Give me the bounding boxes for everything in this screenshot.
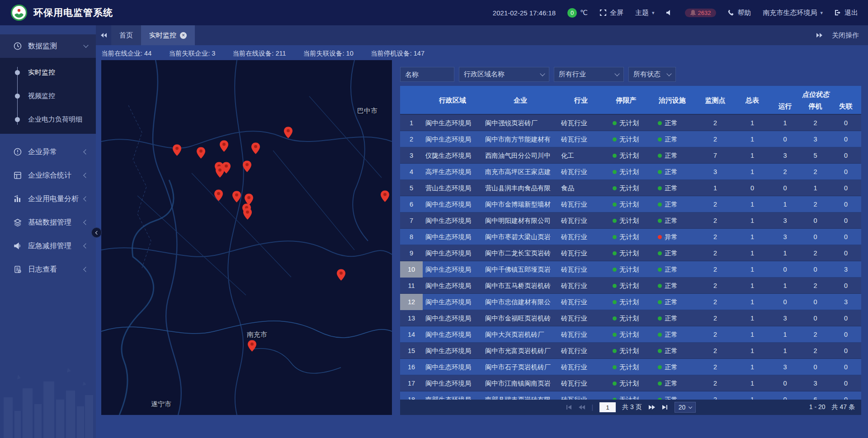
cell-company: 阆中市枣碧大梁山页岩 [482,233,558,241]
sidebar-item-log-view[interactable]: 日志查看 [0,258,96,281]
speaker-icon [666,9,673,16]
table-row[interactable]: 1阆中生态环境局阆中强锐页岩砖厂砖瓦行业无计划正常21120 [400,115,861,131]
map-pin-icon[interactable] [284,127,292,138]
cell-lost: 0 [830,233,861,240]
sidebar-item-base-data[interactable]: 基础数据管理 [0,211,96,234]
cell-limit-status: 无计划 [604,314,649,323]
sidebar-item-video-monitor[interactable]: 视频监控 [0,84,96,108]
sidebar-item-data-monitor[interactable]: 数据监测 [0,34,96,58]
table-row[interactable]: 16阆中生态环境局阆中市石子页岩机砖厂砖瓦行业无计划正常21300 [400,359,861,375]
status-dot-icon [613,333,617,337]
tab-home[interactable]: 首页 [111,25,141,45]
map-pin-icon[interactable] [381,190,389,202]
sidebar-item-power-load-detail[interactable]: 企业电力负荷明细 [0,108,96,131]
next-page-button[interactable] [648,405,656,410]
region-filter-select[interactable]: 行政区域名称 [459,67,549,82]
table-row[interactable]: 2阆中生态环境局阆中市南方节能建材有砖瓦行业无计划正常21030 [400,131,861,147]
fullscreen-button[interactable]: 全屏 [599,9,623,17]
notification-badge[interactable]: 2632 [685,9,717,17]
panel-collapse-toggle[interactable] [91,227,102,238]
cell-running: 1 [770,119,800,127]
cell-lost: 3 [830,266,861,273]
logout-button[interactable]: 退出 [835,9,858,17]
table-row[interactable]: 17阆中生态环境局阆中市江南镇阆南页岩砖瓦行业无计划正常21030 [400,375,861,391]
cell-running: 3 [770,152,800,159]
chevron-down-icon [614,71,619,76]
table-row[interactable]: 3仪陇生态环境局西南油气田分公司川中化工无计划正常71350 [400,147,861,164]
map-pin-icon[interactable] [216,166,224,178]
prev-page-button[interactable] [578,405,585,410]
map-pin-icon[interactable] [232,191,241,203]
map-city-label: 遂宁市 [151,400,171,409]
cell-limit-status: 无计划 [604,330,649,339]
cell-treatment-status: 正常 [649,151,696,160]
sidebar-item-realtime-monitor[interactable]: 实时监控 [0,61,96,84]
header-actions: 2021-02-25 17:46:18 0 ℃ 全屏 主题▾ [493,8,868,18]
table-row[interactable]: 10阆中生态环境局阆中千佛镇五郎垭页岩砖瓦行业无计划正常21003 [400,261,861,278]
cell-total-meter: 1 [735,380,770,387]
map-pin-icon[interactable] [173,144,181,156]
status-dot-icon [613,300,617,304]
table-row[interactable]: 4高坪生态环境局南充市高坪区王家店建砖瓦行业无计划正常31220 [400,164,861,180]
cell-running: 0 [770,298,800,306]
tab-realtime-monitor[interactable]: 实时监控 × [141,25,195,45]
page-number-input[interactable] [599,402,616,412]
chevron-down-icon [83,42,88,47]
table-row[interactable]: 11阆中生态环境局阆中市五马桥页岩机砖砖瓦行业无计划正常21120 [400,278,861,294]
cell-industry: 砖瓦行业 [558,330,604,339]
table-row[interactable]: 8阆中生态环境局阆中市枣碧大梁山页岩砖瓦行业无计划异常21300 [400,229,861,245]
col-total-meter: 总表 [735,96,770,105]
cell-company: 阆中市南方节能建材有 [482,135,558,144]
monitor-icon [14,42,22,50]
table-row[interactable]: 14阆中生态环境局阆中大兴页岩机砖厂砖瓦行业无计划正常21120 [400,326,861,343]
sidebar-item-enterprise-statistics[interactable]: 企业综合统计 [0,164,96,187]
cell-stopped: 2 [800,250,830,257]
cell-limit-status: 无计划 [604,298,649,306]
map-pin-icon[interactable] [251,142,260,154]
cell-total-meter: 1 [735,136,770,143]
close-operations-button[interactable]: 关闭操作 [832,31,859,40]
table-row[interactable]: 12阆中生态环境局阆中市忠信建材有限公砖瓦行业无计划正常21003 [400,294,861,310]
map-pin-icon[interactable] [214,189,223,201]
cell-limit-status: 无计划 [604,184,649,193]
tabs-scroll-left-button[interactable] [96,33,111,38]
cell-region: 阆中生态环境局 [423,200,482,209]
cell-stopped: 2 [800,347,830,354]
table-row[interactable]: 7阆中生态环境局阆中明阳建材有限公司砖瓦行业无计划正常21300 [400,212,861,229]
theme-menu[interactable]: 主题▾ [635,9,655,17]
table-row[interactable]: 6阆中生态环境局阆中市金博瑞新型墙材砖瓦行业无计划正常21120 [400,196,861,212]
table-row[interactable]: 5营山生态环境局营山县润丰肉食品有限食品无计划正常10010 [400,180,861,196]
row-index: 4 [400,164,423,180]
table-row[interactable]: 13阆中生态环境局阆中市金福旺页岩机砖砖瓦行业无计划正常21300 [400,310,861,326]
map-pin-icon[interactable] [220,140,228,152]
table-row[interactable]: 9阆中生态环境局阆中市二龙长宝页岩砖砖瓦行业无计划正常21120 [400,245,861,261]
sidebar-item-enterprise-abnormal[interactable]: 企业异常 [0,140,96,164]
map-panel[interactable]: 巴中市南充市遂宁市 [101,60,392,415]
help-button[interactable]: 帮助 [728,9,751,17]
page-size-select[interactable]: 20 [675,402,696,413]
map-pin-icon[interactable] [337,269,345,281]
cell-monitor-points: 2 [696,201,735,208]
user-menu[interactable]: 南充市生态环境局 ▾ [763,9,823,17]
map-pin-icon[interactable] [243,160,251,172]
name-filter-input[interactable] [400,67,454,82]
table-row[interactable]: 15阆中生态环境局阆中市光富页岩机砖厂砖瓦行业无计划正常21120 [400,343,861,359]
industry-filter-select[interactable]: 所有行业 [554,67,624,82]
cell-company: 阆中大兴页岩机砖厂 [482,330,558,339]
first-page-button[interactable] [566,405,572,410]
sound-button[interactable] [666,9,673,16]
status-dot-icon [613,316,617,320]
map-pin-icon[interactable] [197,147,205,159]
cell-company: 阆中明阳建材有限公司 [482,217,558,225]
sidebar-item-emergency-reduction[interactable]: 应急减排管理 [0,234,96,258]
sidebar-item-power-analysis[interactable]: 企业用电量分析 [0,187,96,211]
cell-monitor-points: 7 [696,152,735,159]
map-pin-icon[interactable] [248,340,256,352]
status-filter-select[interactable]: 所有状态 [628,67,676,82]
close-icon[interactable]: × [180,32,187,39]
double-chevron-right-icon[interactable] [816,33,823,38]
row-index: 1 [400,115,423,131]
bullet-dot-icon [15,70,20,75]
last-page-button[interactable] [662,405,668,410]
map-pin-icon[interactable] [243,208,252,220]
